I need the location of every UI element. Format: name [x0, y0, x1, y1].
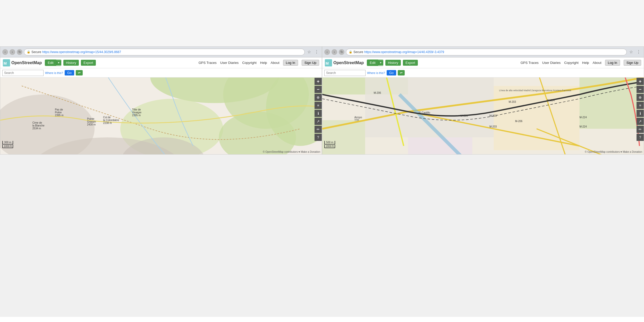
nav-user-diaries-2[interactable]: User Diaries: [542, 61, 561, 65]
secure-label-1: Secure: [31, 50, 41, 54]
menu-icon-2[interactable]: ⋮: [635, 49, 642, 54]
bookmark-icon-2[interactable]: ☆: [628, 49, 634, 54]
signup-button-2[interactable]: Sign Up: [624, 60, 641, 66]
svg-text:M: M: [326, 61, 329, 65]
reload-button-1[interactable]: ↻: [17, 49, 22, 55]
url-text-2: https://www.openstreetmap.org/#map=14/40…: [364, 50, 444, 54]
signup-button-1[interactable]: Sign Up: [302, 60, 319, 66]
osm-logo-text-2: OpenStreetMap: [333, 61, 364, 65]
share-ctrl-1[interactable]: ↗: [315, 118, 322, 125]
locate-ctrl-1[interactable]: ⊕: [315, 94, 322, 101]
browser-window-2: ‹ › ↻ 🔒 Secure https://www.openstreetmap…: [322, 46, 644, 155]
share-ctrl-2[interactable]: ↗: [637, 118, 644, 125]
terrain-svg-1: [0, 78, 322, 154]
svg-rect-15: [579, 78, 644, 129]
terrain-svg-2: [322, 78, 644, 154]
export-button-2[interactable]: Export: [403, 60, 418, 66]
secure-icon-1: 🔒: [27, 50, 30, 54]
osm-logo-text-1: OpenStreetMap: [11, 61, 42, 65]
menu-icon-1[interactable]: ⋮: [313, 49, 320, 54]
reload-button-2[interactable]: ↻: [339, 49, 344, 55]
top-whitespace: [0, 0, 644, 46]
nav-gps-traces-2[interactable]: GPS Traces: [521, 61, 539, 65]
query-ctrl-2[interactable]: ?: [637, 134, 644, 141]
scale-metric-1: 300 m: [2, 141, 13, 145]
history-button-1[interactable]: History: [63, 60, 79, 66]
nav-help-1[interactable]: Help: [260, 61, 267, 65]
nav-copyright-1[interactable]: Copyright: [242, 61, 257, 65]
osm-logo-2: M OpenStreetMap: [325, 59, 364, 66]
scale-bar-2: 500 m 2000 ft: [324, 141, 335, 148]
search-bar-1: Where is this? Go ⇌: [0, 68, 322, 78]
bottom-strip: [0, 155, 644, 317]
edit-group-2: Edit ▾: [367, 60, 383, 66]
scale-imperial-1: 1000 ft: [2, 145, 13, 148]
note-ctrl-2[interactable]: ✏: [637, 126, 644, 133]
footer-text-2: © OpenStreetMap contributors ♥ Make a Do…: [585, 150, 642, 153]
where-is-this-1[interactable]: Where is this?: [45, 71, 63, 74]
osm-app-2: M OpenStreetMap Edit ▾ History Export GP…: [322, 57, 644, 154]
note-ctrl-1[interactable]: ✏: [315, 126, 322, 133]
map-controls-panel-1: + − ⊕ ≡ ℹ ↗ ✏ ?: [315, 78, 322, 141]
edit-dropdown-2[interactable]: ▾: [378, 60, 383, 65]
map-area-1[interactable]: Pas dePoitre2395 m Cime dela Blanche2534…: [0, 78, 322, 154]
scale-bar-1: 300 m 1000 ft: [2, 141, 13, 148]
nav-about-2[interactable]: About: [593, 61, 601, 65]
zoom-out-ctrl-1[interactable]: −: [315, 86, 322, 93]
footer-text-1: © OpenStreetMap contributors ♥ Make a Do…: [263, 150, 320, 153]
layers-ctrl-1[interactable]: ≡: [315, 102, 322, 109]
search-bar-2: Where is this? Go ⇌: [322, 68, 644, 78]
bookmark-icon-1[interactable]: ☆: [306, 49, 312, 54]
login-button-1[interactable]: Log In: [283, 60, 298, 66]
osm-header-2: M OpenStreetMap Edit ▾ History Export GP…: [322, 57, 644, 68]
zoom-out-ctrl-2[interactable]: −: [637, 86, 644, 93]
osm-logo-icon-1: M: [3, 59, 10, 66]
edit-dropdown-1[interactable]: ▾: [56, 60, 61, 65]
nav-copyright-2[interactable]: Copyright: [564, 61, 579, 65]
directions-button-2[interactable]: ⇌: [398, 70, 405, 75]
layers-ctrl-2[interactable]: ≡: [637, 102, 644, 109]
scale-metric-2: 500 m: [324, 141, 335, 145]
browser-chrome-2: ‹ › ↻ 🔒 Secure https://www.openstreetmap…: [322, 47, 644, 57]
secure-icon-2: 🔒: [349, 50, 352, 54]
login-button-2[interactable]: Log In: [605, 60, 620, 66]
directions-button-1[interactable]: ⇌: [76, 70, 83, 75]
where-is-this-2[interactable]: Where is this?: [367, 71, 385, 74]
edit-button-2[interactable]: Edit: [367, 60, 378, 66]
go-button-1[interactable]: Go: [65, 70, 74, 75]
info-ctrl-2[interactable]: ℹ: [637, 110, 644, 117]
svg-text:M: M: [4, 61, 7, 65]
go-button-2[interactable]: Go: [387, 70, 396, 75]
back-button-1[interactable]: ‹: [2, 49, 8, 55]
nav-user-diaries-1[interactable]: User Diaries: [220, 61, 239, 65]
forward-button-2[interactable]: ›: [332, 49, 337, 55]
zoom-in-ctrl-2[interactable]: +: [637, 78, 644, 85]
info-ctrl-1[interactable]: ℹ: [315, 110, 322, 117]
osm-app-1: M OpenStreetMap Edit ▾ History Export GP…: [0, 57, 322, 154]
forward-button-1[interactable]: ›: [10, 49, 15, 55]
address-bar-2[interactable]: 🔒 Secure https://www.openstreetmap.org/#…: [346, 49, 627, 55]
export-button-1[interactable]: Export: [81, 60, 96, 66]
nav-about-1[interactable]: About: [271, 61, 279, 65]
map-footer-2: © OpenStreetMap contributors ♥ Make a Do…: [585, 150, 642, 153]
address-bar-1[interactable]: 🔒 Secure https://www.openstreetmap.org/#…: [24, 49, 305, 55]
back-button-2[interactable]: ‹: [324, 49, 330, 55]
secure-label-2: Secure: [353, 50, 363, 54]
query-ctrl-1[interactable]: ?: [315, 134, 322, 141]
zoom-in-ctrl-1[interactable]: +: [315, 78, 322, 85]
map-area-2[interactable]: El Castillo M-206 M-206 M-203 M-203 M-20…: [322, 78, 644, 154]
osm-nav-1: GPS Traces User Diaries Copyright Help A…: [199, 60, 319, 66]
scale-imperial-2: 2000 ft: [324, 145, 335, 148]
nav-help-2[interactable]: Help: [582, 61, 589, 65]
osm-logo-1: M OpenStreetMap: [3, 59, 42, 66]
search-input-2[interactable]: [324, 70, 366, 76]
url-text-1: https://www.openstreetmap.org/#map=15/44…: [42, 50, 121, 54]
locate-ctrl-2[interactable]: ⊕: [637, 94, 644, 101]
search-input-1[interactable]: [2, 70, 44, 76]
edit-button-1[interactable]: Edit: [45, 60, 56, 66]
nav-gps-traces-1[interactable]: GPS Traces: [199, 61, 217, 65]
browser-chrome-1: ‹ › ↻ 🔒 Secure https://www.openstreetmap…: [0, 47, 322, 57]
map-footer-1: © OpenStreetMap contributors ♥ Make a Do…: [263, 150, 320, 153]
browser-window-1: ‹ › ↻ 🔒 Secure https://www.openstreetmap…: [0, 46, 322, 155]
history-button-2[interactable]: History: [385, 60, 401, 66]
